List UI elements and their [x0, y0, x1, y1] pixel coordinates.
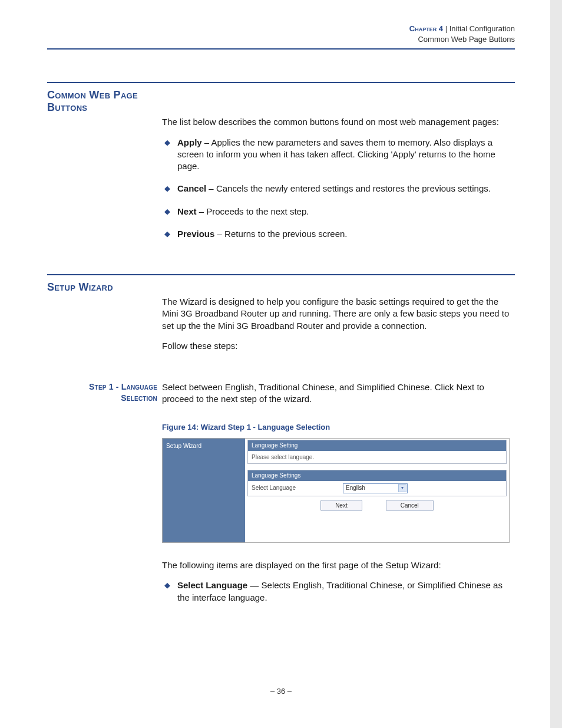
header-title: Initial Configuration	[449, 24, 515, 33]
term-cancel: Cancel	[177, 183, 206, 193]
panel-title-language-setting: Language Setting	[248, 440, 506, 451]
term-apply: Apply	[177, 137, 202, 147]
list-item: Cancel – Cancels the newly entered setti…	[162, 183, 515, 195]
header-subtitle: Common Web Page Buttons	[47, 34, 515, 45]
desc-previous: – Returns to the previous screen.	[214, 229, 347, 239]
step1-description: Select between English, Traditional Chin…	[162, 381, 515, 406]
desc-cancel: – Cancels the newly entered settings and…	[206, 183, 491, 193]
section2-follow: Follow these steps:	[162, 340, 515, 352]
displayed-items-list: Select Language — Selects English, Tradi…	[162, 579, 515, 604]
sidebar-item-setup-wizard[interactable]: Setup Wizard	[166, 441, 242, 452]
header-chapter: Chapter 4	[409, 24, 443, 33]
term-select-language: Select Language	[177, 580, 247, 590]
chevron-down-icon: ▾	[398, 484, 406, 492]
section-setup-wizard: Setup Wizard The Wizard is designed to h…	[47, 274, 515, 614]
panel-language-settings: Language Settings Select Language Englis…	[247, 470, 507, 496]
figure-14-caption: Figure 14: Wizard Step 1 - Language Sele…	[162, 422, 515, 433]
desc-apply: – Applies the new parameters and saves t…	[177, 137, 495, 172]
row-select-language: Select Language English ▾	[248, 481, 506, 496]
cancel-button[interactable]: Cancel	[386, 500, 434, 512]
term-previous: Previous	[177, 229, 214, 239]
label-select-language: Select Language	[252, 484, 343, 492]
header-separator: |	[443, 24, 449, 33]
term-next: Next	[177, 206, 197, 216]
section2-intro: The Wizard is designed to help you confi…	[162, 296, 515, 332]
desc-next: – Proceeds to the next step.	[197, 206, 309, 216]
wizard-sidebar: Setup Wizard	[163, 439, 245, 542]
list-item: Previous – Returns to the previous scree…	[162, 228, 515, 240]
wizard-main-panel: Language Setting Please select language.…	[245, 439, 509, 542]
step1-label-line2: Selection	[47, 393, 157, 404]
next-button[interactable]: Next	[320, 500, 362, 512]
section-rule	[47, 82, 515, 83]
figure-14-screenshot: Setup Wizard Language Setting Please sel…	[162, 438, 510, 543]
after-figure-text: The following items are displayed on the…	[162, 559, 515, 571]
select-language-dropdown[interactable]: English ▾	[343, 483, 408, 493]
list-item: Next – Proceeds to the next step.	[162, 206, 515, 218]
select-language-value: English	[346, 484, 365, 492]
step1-label-line1: Step 1 - Language	[47, 381, 157, 393]
list-item: Select Language — Selects English, Tradi…	[162, 579, 515, 604]
panel-title-language-settings: Language Settings	[248, 470, 506, 481]
page-number: – 36 –	[0, 687, 562, 696]
panel-language-setting: Language Setting Please select language.	[247, 440, 507, 464]
common-buttons-list: Apply – Applies the new parameters and s…	[162, 137, 515, 241]
page-header: Chapter 4 | Initial Configuration Common…	[47, 24, 515, 50]
section-common-buttons: Common Web Page Buttons The list below d…	[47, 82, 515, 251]
section-rule	[47, 274, 515, 275]
button-row: Next Cancel	[247, 500, 507, 512]
document-page: Chapter 4 | Initial Configuration Common…	[0, 0, 562, 728]
list-item: Apply – Applies the new parameters and s…	[162, 137, 515, 173]
panel-body-instruction: Please select language.	[248, 451, 506, 464]
section1-intro: The list below describes the common butt…	[162, 116, 515, 128]
